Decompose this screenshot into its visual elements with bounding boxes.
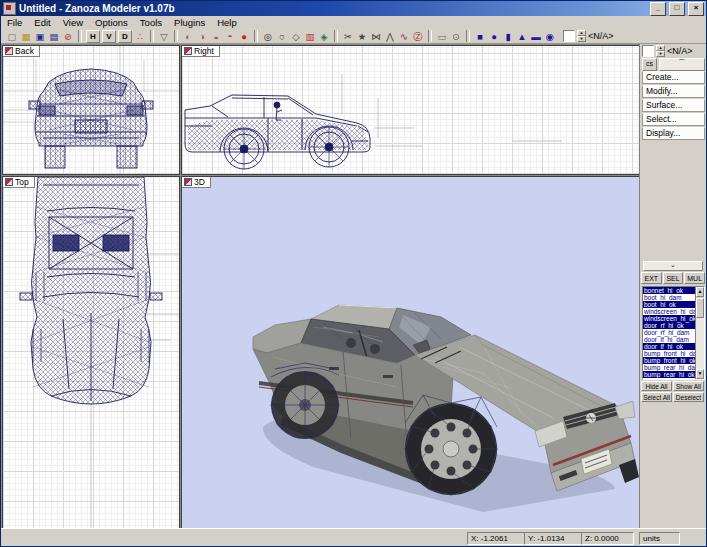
viewport-right-canvas[interactable]: Right — [181, 45, 641, 175]
sidebar-na-control[interactable]: ▲▼ <N/A> — [642, 45, 705, 57]
toolbar-na-spinner[interactable]: ▲▼ — [577, 30, 586, 42]
part-item[interactable]: door_rf_hi_ok — [643, 322, 695, 329]
circle-select-icon[interactable]: ⊙ — [449, 30, 463, 43]
menu-item-view[interactable]: View — [57, 16, 89, 29]
primitive-sphere-icon[interactable]: ● — [487, 30, 501, 43]
maximize-button[interactable]: □ — [669, 2, 685, 16]
minimize-button[interactable]: _ — [650, 2, 666, 16]
mode-button-ext[interactable]: EXT — [641, 272, 662, 284]
viewport-3d-tab[interactable]: 3D — [182, 177, 211, 188]
rotate-view-icon[interactable]: ◐ — [181, 30, 195, 43]
h-view-button[interactable]: H — [86, 30, 100, 43]
part-item[interactable]: bump_rear_hi_da — [643, 364, 695, 371]
scroll-track[interactable] — [696, 318, 704, 369]
toolbar-separator — [174, 30, 178, 42]
rect-select-icon[interactable]: ▭ — [435, 30, 449, 43]
part-item[interactable]: windscreen_hi_da — [643, 308, 695, 315]
action-button-deselect[interactable]: Deselect — [673, 392, 704, 402]
vertices-mode-icon[interactable]: ∴ — [133, 30, 147, 43]
back-view-wireframe — [3, 46, 179, 174]
primitive-ellipsoid-icon[interactable]: ▬ — [529, 30, 543, 43]
action-button-select-all[interactable]: Select All — [641, 392, 672, 402]
sidebar-na-spinner[interactable]: ▲▼ — [656, 45, 665, 57]
new-file-icon[interactable]: ▢ — [5, 30, 19, 43]
material-tool-icon[interactable]: ◈ — [317, 30, 331, 43]
scroll-down-icon[interactable]: ▼ — [696, 369, 704, 379]
curve-button[interactable]: ⌒ — [659, 58, 705, 71]
import-icon[interactable]: ▤ — [47, 30, 61, 43]
part-item[interactable]: door_lf_hi_dam — [643, 336, 695, 343]
menu-item-help[interactable]: Help — [211, 16, 243, 29]
star-tool-icon[interactable]: ★ — [355, 30, 369, 43]
delete-tool-icon[interactable]: ▥ — [303, 30, 317, 43]
part-item[interactable]: boot_hi_dam — [643, 294, 695, 301]
panel-button-surface[interactable]: Surface... — [642, 99, 705, 112]
cut-tool-icon[interactable]: ✂ — [341, 30, 355, 43]
save-icon[interactable]: ▣ — [33, 30, 47, 43]
panel-button-select[interactable]: Select... — [642, 113, 705, 126]
cs-button[interactable]: cs — [642, 58, 657, 71]
close-button[interactable]: × — [688, 2, 704, 16]
disable-view-icon[interactable]: ◓ — [223, 30, 237, 43]
action-button-hide-all[interactable]: Hide All — [641, 381, 672, 391]
sidebar: ▲▼ <N/A> cs ⌒ Create...Modify...Surface.… — [639, 44, 706, 529]
viewport-menu-icon[interactable] — [184, 47, 192, 55]
viewport-back-canvas[interactable]: Back — [2, 45, 180, 175]
d-view-button[interactable]: D — [118, 30, 132, 43]
application-window: Untitled - Zanoza Modeler v1.07b _ □ × F… — [0, 0, 707, 547]
menu-item-options[interactable]: Options — [89, 16, 134, 29]
toolbar-na-checkbox[interactable] — [563, 30, 575, 42]
viewport-back-tab[interactable]: Back — [3, 46, 40, 57]
parts-scrollbar[interactable]: ▲ ▼ — [695, 287, 704, 379]
part-item[interactable]: bump_front_hi_ok — [643, 357, 695, 364]
cube-tool-icon[interactable]: ◇ — [289, 30, 303, 43]
primitive-box-icon[interactable]: ■ — [473, 30, 487, 43]
mode-button-sel[interactable]: SEL — [663, 272, 684, 284]
part-item[interactable]: bump_front_hi_da — [643, 350, 695, 357]
viewport-menu-icon[interactable] — [5, 47, 13, 55]
mode-button-mul[interactable]: MUL — [684, 272, 705, 284]
menu-item-file[interactable]: File — [1, 16, 28, 29]
pan-view-icon[interactable]: ◑ — [195, 30, 209, 43]
primitive-cone-icon[interactable]: ▲ — [515, 30, 529, 43]
sphere-tool-icon[interactable]: ○ — [275, 30, 289, 43]
viewport-top-canvas[interactable]: Top — [2, 176, 180, 533]
viewport-menu-icon[interactable] — [184, 178, 192, 186]
open-file-icon[interactable]: ▦ — [19, 30, 33, 43]
panel-button-modify[interactable]: Modify... — [642, 85, 705, 98]
viewport-right-tab[interactable]: Right — [182, 46, 220, 57]
panel-button-create[interactable]: Create... — [642, 71, 705, 84]
collapse-button[interactable]: ⌄ — [643, 261, 703, 271]
viewport-menu-icon[interactable] — [5, 178, 13, 186]
title-bar[interactable]: Untitled - Zanoza Modeler v1.07b _ □ × — [1, 1, 706, 16]
part-item[interactable]: windscreen_hi_ok — [643, 315, 695, 322]
viewport-top-tab[interactable]: Top — [3, 177, 35, 188]
normals-tool-icon[interactable]: ∿ — [397, 30, 411, 43]
bones-tool-icon[interactable]: ⋀ — [383, 30, 397, 43]
part-item[interactable]: bonnet_hi_ok — [643, 287, 695, 294]
part-item[interactable]: boot_hi_ok — [643, 301, 695, 308]
primitive-cylinder-icon[interactable]: ▮ — [501, 30, 515, 43]
scroll-up-icon[interactable]: ▲ — [696, 287, 704, 297]
zmodeler-icon[interactable]: Ⓩ — [411, 30, 425, 43]
menu-item-tools[interactable]: Tools — [134, 16, 168, 29]
toolbar-na-control[interactable]: ▲▼ <N/A> — [563, 30, 614, 42]
action-button-show-all[interactable]: Show All — [673, 381, 704, 391]
part-item[interactable]: door_rf_hi_dam — [643, 329, 695, 336]
export-icon[interactable]: ⊘ — [61, 30, 75, 43]
scroll-thumb[interactable] — [696, 298, 704, 318]
magnify-icon[interactable]: ◎ — [261, 30, 275, 43]
primitive-torus-icon[interactable]: ◉ — [543, 30, 557, 43]
mirror-tool-icon[interactable]: ⋈ — [369, 30, 383, 43]
part-item[interactable]: bump_rear_hi_ok — [643, 371, 695, 378]
panel-button-display[interactable]: Display... — [642, 127, 705, 140]
sidebar-na-checkbox[interactable] — [642, 45, 654, 57]
menu-item-plugins[interactable]: Plugins — [168, 16, 211, 29]
menu-item-edit[interactable]: Edit — [28, 16, 56, 29]
part-item[interactable]: door_lf_hi_ok — [643, 343, 695, 350]
lasso-select-icon[interactable]: ▽ — [157, 30, 171, 43]
v-view-button[interactable]: V — [102, 30, 116, 43]
zoom-view-icon[interactable]: ◒ — [209, 30, 223, 43]
render-sphere-icon[interactable]: ● — [237, 30, 251, 43]
viewport-3d-canvas[interactable]: 3D — [181, 176, 641, 533]
